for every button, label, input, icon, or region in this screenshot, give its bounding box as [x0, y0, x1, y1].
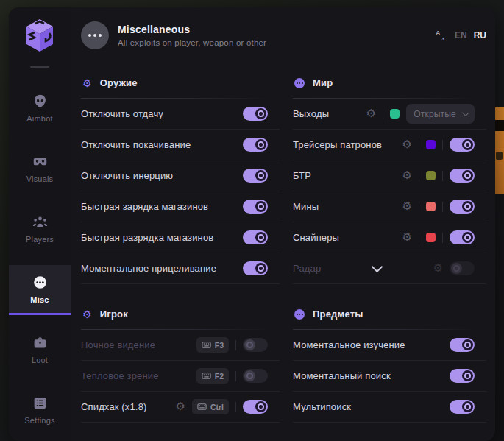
feature-label: Отключить покачивание: [81, 139, 191, 150]
main-area: Miscellaneous All exploits on player, we…: [71, 7, 495, 441]
goggles-icon: [32, 154, 48, 169]
toggle-knob: [462, 401, 473, 412]
toggle[interactable]: [243, 107, 268, 121]
control-divider: [442, 233, 443, 243]
section-title: Мир: [313, 77, 333, 88]
section-header: ⚙Игрок: [81, 299, 280, 329]
control-divider: [442, 171, 443, 181]
background-mark: [496, 152, 503, 160]
feature-row: Отключить покачивание: [81, 130, 280, 160]
feature-label: Быстрая разрядка магазинов: [81, 232, 213, 243]
sidebar-item-aimbot[interactable]: Aimbot: [9, 84, 71, 134]
keyboard-icon: [202, 342, 211, 348]
toggle[interactable]: [243, 169, 268, 183]
control-divider: [419, 140, 419, 150]
feature-controls: ⚙: [433, 261, 475, 275]
feature-label: Моментальный поиск: [293, 370, 391, 381]
sidebar: AimbotVisualsPlayersMiscLootSettings: [9, 7, 71, 441]
color-swatch[interactable]: [426, 171, 436, 180]
toggle-knob: [255, 170, 266, 181]
gear-icon[interactable]: ⚙: [175, 401, 185, 412]
page-title: Miscellaneous: [118, 24, 426, 35]
sidebar-item-label: Settings: [24, 416, 54, 425]
feature-controls: [450, 400, 475, 414]
gear-icon[interactable]: ⚙: [402, 170, 412, 181]
section-title: Игрок: [100, 308, 128, 320]
feature-row: Моментальное прицеливание: [81, 253, 280, 284]
sidebar-item-players[interactable]: Players: [9, 205, 71, 255]
toggle[interactable]: [243, 230, 268, 244]
feature-label: Трейсеры патронов: [293, 139, 382, 150]
feature-label: Мины: [293, 201, 319, 212]
language-option-en[interactable]: EN: [455, 30, 467, 40]
toggle[interactable]: [243, 138, 268, 152]
feature-row: Моментальный поиск: [293, 361, 486, 392]
hotkey-badge[interactable]: F2: [196, 368, 229, 384]
background-mark: [494, 120, 504, 131]
control-divider: [419, 202, 419, 212]
gear-icon[interactable]: ⚙: [433, 263, 443, 274]
feature-label: Снайперы: [293, 232, 339, 243]
feature-label: Быстрая зарядка магазинов: [81, 201, 208, 212]
gear-icon[interactable]: ⚙: [402, 139, 412, 150]
feature-controls: [243, 138, 268, 152]
toggle[interactable]: [450, 369, 475, 383]
svg-text:з: з: [441, 35, 444, 42]
toggle[interactable]: [450, 400, 475, 414]
feature-controls: [243, 261, 268, 275]
color-swatch[interactable]: [426, 140, 436, 149]
sidebar-item-settings[interactable]: Settings: [9, 386, 71, 436]
feature-controls: [450, 338, 475, 352]
hotkey-label: Ctrl: [210, 403, 224, 412]
dropdown[interactable]: Открытые: [406, 104, 475, 124]
gear-icon[interactable]: ⚙: [366, 108, 376, 119]
chevron-down-icon[interactable]: [372, 261, 383, 273]
toggle[interactable]: [243, 261, 268, 275]
toggle-knob: [462, 201, 473, 212]
color-swatch[interactable]: [390, 109, 400, 119]
page-header: Miscellaneous All exploits on player, we…: [81, 7, 486, 63]
toggle[interactable]: [243, 400, 268, 414]
hotkey-badge[interactable]: F3: [196, 337, 229, 353]
toggle[interactable]: [450, 138, 475, 152]
toggle[interactable]: [450, 338, 475, 352]
feature-row: Отключить инерцию: [81, 160, 280, 191]
chevron-down-icon: [462, 109, 469, 116]
toggle[interactable]: [243, 369, 268, 383]
briefcase-icon: [32, 335, 48, 350]
feature-label: Отключить инерцию: [81, 170, 173, 181]
sidebar-item-label: Misc: [30, 295, 49, 304]
section-Игрок: ⚙ИгрокНочное видениеF3Тепловое зрениеF2С…: [81, 299, 280, 423]
feature-controls: F2: [196, 368, 268, 384]
control-divider: [235, 340, 236, 350]
sidebar-item-misc[interactable]: Misc: [9, 265, 71, 315]
feature-row: Выходы⚙Открытые: [293, 99, 486, 130]
feature-controls: ⚙: [402, 230, 475, 244]
feature-label: Отключить отдачу: [81, 108, 163, 119]
toggle[interactable]: [450, 169, 475, 183]
color-swatch[interactable]: [426, 233, 436, 242]
feature-row: Мультипоиск: [293, 392, 486, 423]
gear-icon[interactable]: ⚙: [402, 232, 412, 243]
toggle[interactable]: [450, 230, 475, 244]
feature-controls: ⚙Ctrl: [175, 399, 268, 414]
gear-icon: ⚙: [82, 309, 92, 320]
toggle-knob: [462, 232, 473, 243]
sidebar-item-label: Visuals: [26, 174, 54, 183]
toggle[interactable]: [450, 261, 475, 275]
game-background-orange-object: [494, 107, 504, 194]
gear-icon[interactable]: ⚙: [402, 201, 412, 212]
sidebar-item-loot[interactable]: Loot: [9, 325, 71, 375]
alien-icon: [32, 94, 48, 109]
row-spacer: [321, 266, 433, 271]
hotkey-badge[interactable]: Ctrl: [192, 399, 229, 414]
feature-label: Моментальное прицеливание: [81, 263, 216, 274]
color-swatch[interactable]: [426, 202, 436, 211]
toggle[interactable]: [450, 200, 475, 214]
feature-row: Быстрая зарядка магазинов: [81, 191, 280, 222]
toggle[interactable]: [243, 338, 268, 352]
language-option-ru[interactable]: RU: [474, 30, 486, 40]
sidebar-item-visuals[interactable]: Visuals: [9, 144, 71, 194]
toggle[interactable]: [243, 200, 268, 214]
feature-row: Спидхак (x1.8)⚙Ctrl: [81, 392, 280, 423]
